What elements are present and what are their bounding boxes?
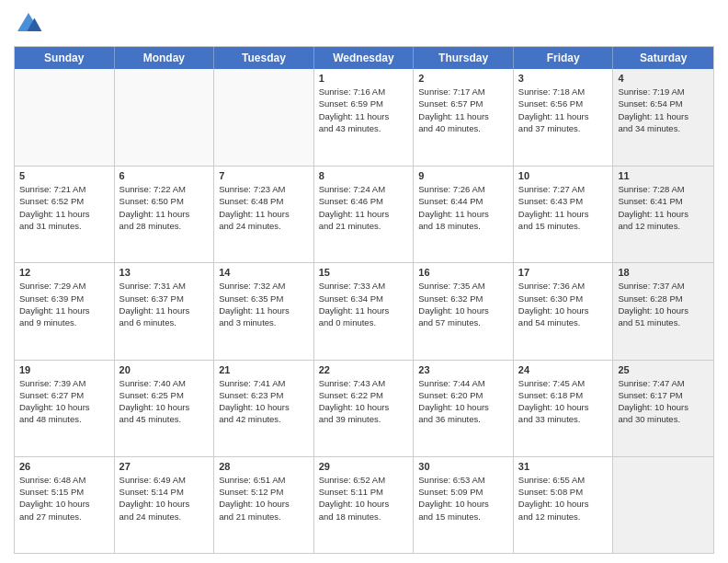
calendar-cell: 26Sunrise: 6:48 AM Sunset: 5:15 PM Dayli…: [15, 457, 115, 553]
calendar-row-3: 12Sunrise: 7:29 AM Sunset: 6:39 PM Dayli…: [15, 262, 713, 359]
page: SundayMondayTuesdayWednesdayThursdayFrid…: [0, 0, 728, 563]
day-info: Sunrise: 6:52 AM Sunset: 5:11 PM Dayligh…: [319, 474, 409, 523]
day-info: Sunrise: 7:19 AM Sunset: 6:54 PM Dayligh…: [618, 86, 709, 134]
day-number: 19: [19, 364, 109, 375]
calendar-cell: 3Sunrise: 7:18 AM Sunset: 6:56 PM Daylig…: [514, 69, 614, 166]
day-info: Sunrise: 6:51 AM Sunset: 5:12 PM Dayligh…: [219, 474, 309, 523]
calendar-cell: 30Sunrise: 6:53 AM Sunset: 5:09 PM Dayli…: [414, 457, 514, 553]
day-info: Sunrise: 7:41 AM Sunset: 6:23 PM Dayligh…: [219, 377, 309, 426]
day-info: Sunrise: 7:37 AM Sunset: 6:28 PM Dayligh…: [618, 280, 709, 328]
calendar-row-5: 26Sunrise: 6:48 AM Sunset: 5:15 PM Dayli…: [15, 456, 713, 553]
calendar-cell: 14Sunrise: 7:32 AM Sunset: 6:35 PM Dayli…: [214, 263, 314, 359]
calendar-header: SundayMondayTuesdayWednesdayThursdayFrid…: [15, 47, 713, 69]
day-number: 5: [19, 170, 109, 181]
calendar-cell: 4Sunrise: 7:19 AM Sunset: 6:54 PM Daylig…: [613, 69, 713, 166]
day-info: Sunrise: 7:23 AM Sunset: 6:48 PM Dayligh…: [219, 183, 309, 232]
calendar-cell: 28Sunrise: 6:51 AM Sunset: 5:12 PM Dayli…: [214, 457, 314, 553]
day-info: Sunrise: 7:17 AM Sunset: 6:57 PM Dayligh…: [418, 86, 508, 134]
day-info: Sunrise: 7:36 AM Sunset: 6:30 PM Dayligh…: [518, 280, 609, 328]
calendar-cell: [214, 69, 314, 166]
day-number: 22: [319, 364, 409, 375]
day-number: 9: [418, 170, 508, 181]
day-info: Sunrise: 7:26 AM Sunset: 6:44 PM Dayligh…: [418, 183, 508, 232]
calendar-cell: 29Sunrise: 6:52 AM Sunset: 5:11 PM Dayli…: [314, 457, 415, 553]
day-number: 8: [319, 170, 409, 181]
day-number: 7: [219, 170, 309, 181]
logo-icon: [14, 9, 43, 39]
calendar-cell: 23Sunrise: 7:44 AM Sunset: 6:20 PM Dayli…: [414, 361, 514, 456]
day-info: Sunrise: 7:28 AM Sunset: 6:41 PM Dayligh…: [618, 183, 709, 232]
header-day-monday: Monday: [115, 47, 215, 69]
calendar-cell: 17Sunrise: 7:36 AM Sunset: 6:30 PM Dayli…: [514, 263, 614, 359]
day-number: 15: [319, 267, 409, 278]
day-info: Sunrise: 7:45 AM Sunset: 6:18 PM Dayligh…: [518, 377, 609, 426]
calendar-cell: 10Sunrise: 7:27 AM Sunset: 6:43 PM Dayli…: [514, 167, 614, 262]
day-info: Sunrise: 7:32 AM Sunset: 6:35 PM Dayligh…: [219, 280, 309, 328]
calendar-cell: [115, 69, 215, 166]
calendar-cell: 15Sunrise: 7:33 AM Sunset: 6:34 PM Dayli…: [314, 263, 415, 359]
calendar-cell: 31Sunrise: 6:55 AM Sunset: 5:08 PM Dayli…: [514, 457, 614, 553]
day-number: 13: [119, 267, 210, 278]
day-number: 12: [19, 267, 109, 278]
day-info: Sunrise: 7:27 AM Sunset: 6:43 PM Dayligh…: [518, 183, 609, 232]
day-number: 30: [418, 461, 508, 472]
header-day-sunday: Sunday: [15, 47, 115, 69]
day-info: Sunrise: 7:24 AM Sunset: 6:46 PM Dayligh…: [319, 183, 409, 232]
calendar-cell: 13Sunrise: 7:31 AM Sunset: 6:37 PM Dayli…: [115, 263, 215, 359]
day-info: Sunrise: 6:55 AM Sunset: 5:08 PM Dayligh…: [518, 474, 609, 523]
calendar-cell: 25Sunrise: 7:47 AM Sunset: 6:17 PM Dayli…: [613, 361, 713, 456]
calendar-cell: [613, 457, 713, 553]
day-info: Sunrise: 7:47 AM Sunset: 6:17 PM Dayligh…: [618, 377, 709, 426]
calendar-cell: 20Sunrise: 7:40 AM Sunset: 6:25 PM Dayli…: [115, 361, 215, 456]
logo: [14, 9, 47, 39]
calendar: SundayMondayTuesdayWednesdayThursdayFrid…: [14, 46, 714, 554]
day-number: 4: [618, 73, 709, 84]
calendar-cell: 5Sunrise: 7:21 AM Sunset: 6:52 PM Daylig…: [15, 167, 115, 262]
day-number: 2: [418, 73, 508, 84]
day-info: Sunrise: 7:29 AM Sunset: 6:39 PM Dayligh…: [19, 280, 109, 328]
header-day-friday: Friday: [514, 47, 614, 69]
calendar-cell: 11Sunrise: 7:28 AM Sunset: 6:41 PM Dayli…: [613, 167, 713, 262]
calendar-cell: 27Sunrise: 6:49 AM Sunset: 5:14 PM Dayli…: [115, 457, 215, 553]
calendar-cell: 8Sunrise: 7:24 AM Sunset: 6:46 PM Daylig…: [314, 167, 415, 262]
calendar-cell: 19Sunrise: 7:39 AM Sunset: 6:27 PM Dayli…: [15, 361, 115, 456]
calendar-cell: [15, 69, 115, 166]
day-number: 31: [518, 461, 609, 472]
day-number: 26: [19, 461, 109, 472]
day-info: Sunrise: 7:33 AM Sunset: 6:34 PM Dayligh…: [319, 280, 409, 328]
day-info: Sunrise: 7:35 AM Sunset: 6:32 PM Dayligh…: [418, 280, 508, 328]
day-number: 6: [119, 170, 210, 181]
header-day-saturday: Saturday: [613, 47, 713, 69]
day-info: Sunrise: 7:44 AM Sunset: 6:20 PM Dayligh…: [418, 377, 508, 426]
day-number: 18: [618, 267, 709, 278]
day-info: Sunrise: 7:22 AM Sunset: 6:50 PM Dayligh…: [119, 183, 210, 232]
calendar-cell: 2Sunrise: 7:17 AM Sunset: 6:57 PM Daylig…: [414, 69, 514, 166]
day-number: 23: [418, 364, 508, 375]
day-info: Sunrise: 7:16 AM Sunset: 6:59 PM Dayligh…: [319, 86, 409, 134]
day-number: 1: [319, 73, 409, 84]
calendar-cell: 1Sunrise: 7:16 AM Sunset: 6:59 PM Daylig…: [314, 69, 415, 166]
day-info: Sunrise: 7:18 AM Sunset: 6:56 PM Dayligh…: [518, 86, 609, 134]
day-info: Sunrise: 7:40 AM Sunset: 6:25 PM Dayligh…: [119, 377, 210, 426]
day-number: 29: [319, 461, 409, 472]
calendar-row-1: 1Sunrise: 7:16 AM Sunset: 6:59 PM Daylig…: [15, 69, 713, 166]
header-day-wednesday: Wednesday: [314, 47, 415, 69]
day-number: 28: [219, 461, 309, 472]
day-number: 17: [518, 267, 609, 278]
calendar-cell: 24Sunrise: 7:45 AM Sunset: 6:18 PM Dayli…: [514, 361, 614, 456]
calendar-cell: 22Sunrise: 7:43 AM Sunset: 6:22 PM Dayli…: [314, 361, 415, 456]
calendar-cell: 12Sunrise: 7:29 AM Sunset: 6:39 PM Dayli…: [15, 263, 115, 359]
header: [14, 9, 714, 39]
day-info: Sunrise: 6:49 AM Sunset: 5:14 PM Dayligh…: [119, 474, 210, 523]
day-number: 16: [418, 267, 508, 278]
calendar-row-4: 19Sunrise: 7:39 AM Sunset: 6:27 PM Dayli…: [15, 360, 713, 456]
calendar-cell: 18Sunrise: 7:37 AM Sunset: 6:28 PM Dayli…: [613, 263, 713, 359]
calendar-cell: 16Sunrise: 7:35 AM Sunset: 6:32 PM Dayli…: [414, 263, 514, 359]
day-number: 20: [119, 364, 210, 375]
day-number: 21: [219, 364, 309, 375]
day-number: 24: [518, 364, 609, 375]
day-number: 27: [119, 461, 210, 472]
header-day-thursday: Thursday: [414, 47, 514, 69]
day-number: 14: [219, 267, 309, 278]
day-number: 10: [518, 170, 609, 181]
